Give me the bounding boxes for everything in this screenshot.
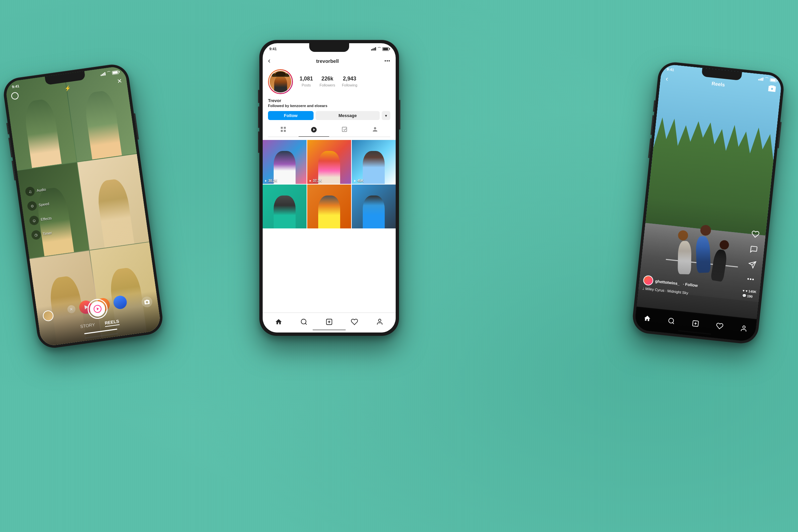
reel-more[interactable]: •••	[747, 276, 755, 283]
profile-nav: ‹ trevorbell •••	[268, 57, 391, 65]
reel-nav-heart[interactable]	[716, 322, 724, 332]
svg-point-3	[378, 319, 381, 321]
profile-actions: Follow Message ▾	[268, 111, 391, 120]
grid-item-2[interactable]: 37.3K	[307, 140, 351, 184]
reel-camera-button[interactable]	[768, 85, 776, 94]
content-grid: 30.2K 37.3K 45K	[263, 140, 396, 228]
reel-view-screen: 9:41 ⌒ ‹ Reels	[634, 63, 782, 342]
profile-screen: 9:41 ⌒ ‹ trevorbell	[263, 43, 396, 332]
svg-point-8	[742, 325, 745, 328]
effects-control[interactable]: ☺ Effects	[29, 213, 53, 226]
user-avatar-small	[42, 310, 54, 322]
left-phone-inner: 9:41 ⌒ ⚡ ✕	[5, 65, 162, 347]
nav-search[interactable]	[298, 316, 310, 330]
center-home-indicator	[312, 329, 346, 330]
reel-comment[interactable]	[749, 245, 758, 256]
profile-username: trevorbell	[316, 58, 339, 64]
grid-item-6[interactable]	[352, 185, 396, 228]
posts-stat: 1,081 Posts	[300, 76, 313, 88]
tab-reels[interactable]: REELS	[104, 319, 120, 327]
reel-nav-profile[interactable]	[740, 324, 748, 335]
following-stat[interactable]: 2,943 Following	[342, 76, 357, 88]
reel-title: Reels	[711, 80, 725, 88]
reel-nav-home[interactable]	[643, 314, 651, 324]
reel-like[interactable]	[751, 230, 760, 241]
content-tabs	[268, 123, 391, 137]
reels-cell-4	[77, 154, 149, 250]
reels-indicator	[84, 328, 117, 334]
right-time: 9:41	[667, 67, 674, 72]
camera-switch-btn[interactable]	[141, 296, 153, 308]
tab-grid[interactable]	[268, 123, 299, 137]
followers-stat[interactable]: 226k Followers	[320, 76, 335, 88]
more-options-button[interactable]: •••	[384, 58, 391, 63]
left-phone: 9:41 ⌒ ⚡ ✕	[2, 62, 165, 350]
tab-tagged[interactable]	[329, 123, 360, 137]
back-button[interactable]: ‹	[268, 57, 270, 65]
speed-control[interactable]: ⊙ Speed	[27, 199, 51, 211]
follow-button[interactable]: Follow	[268, 111, 314, 120]
close-icon[interactable]: ✕	[116, 77, 122, 85]
right-phone: 9:41 ⌒ ‹ Reels	[631, 60, 785, 345]
flash-icon[interactable]: ⚡	[64, 85, 71, 92]
tab-reels[interactable]	[299, 123, 329, 137]
reel-nav-search[interactable]	[667, 317, 676, 327]
chevron-down-button[interactable]: ▾	[382, 111, 391, 120]
left-time: 9:41	[12, 84, 19, 89]
grid-item-3-views: 45K	[353, 179, 363, 183]
reel-nav-add[interactable]	[691, 319, 700, 329]
followed-by: Followed by kenzoere and eloears	[268, 104, 391, 108]
tab-story[interactable]: STORY	[80, 322, 95, 330]
grid-item-4[interactable]	[263, 185, 307, 228]
nav-profile[interactable]	[374, 316, 386, 330]
shutter-button[interactable]	[87, 298, 109, 320]
grid-item-5[interactable]	[307, 185, 351, 228]
tab-user-content[interactable]	[360, 123, 391, 137]
display-name: Trevor	[268, 98, 391, 103]
nav-add[interactable]	[323, 316, 336, 330]
center-notch	[309, 43, 349, 52]
profile-header: ‹ trevorbell •••	[263, 53, 396, 140]
center-phone-inner: 9:41 ⌒ ‹ trevorbell	[263, 43, 396, 332]
reel-user-avatar	[643, 275, 654, 286]
profile-info: 1,081 Posts 226k Followers 2,943 Followi…	[268, 69, 391, 94]
center-phone: 9:41 ⌒ ‹ trevorbell	[259, 40, 399, 336]
nav-home[interactable]	[272, 316, 285, 330]
circle-icon	[11, 92, 19, 100]
grid-item-3[interactable]: 45K	[352, 140, 396, 184]
reel-share[interactable]	[748, 260, 757, 271]
center-time: 9:41	[269, 47, 277, 51]
svg-point-1	[301, 319, 306, 324]
profile-avatar	[268, 69, 293, 94]
message-button[interactable]: Message	[316, 111, 380, 120]
profile-stats: 1,081 Posts 226k Followers 2,943 Followi…	[300, 76, 391, 88]
nav-heart[interactable]	[348, 316, 361, 330]
grid-item-1[interactable]: 30.2K	[263, 140, 307, 184]
grid-item-1-views: 30.2K	[264, 179, 277, 183]
reel-overlay	[634, 63, 782, 342]
right-phone-inner: 9:41 ⌒ ‹ Reels	[634, 63, 782, 342]
reel-back-button[interactable]: ‹	[665, 74, 669, 83]
left-phone-screen: 9:41 ⌒ ⚡ ✕	[5, 65, 162, 347]
grid-item-2-views: 37.3K	[308, 179, 322, 183]
